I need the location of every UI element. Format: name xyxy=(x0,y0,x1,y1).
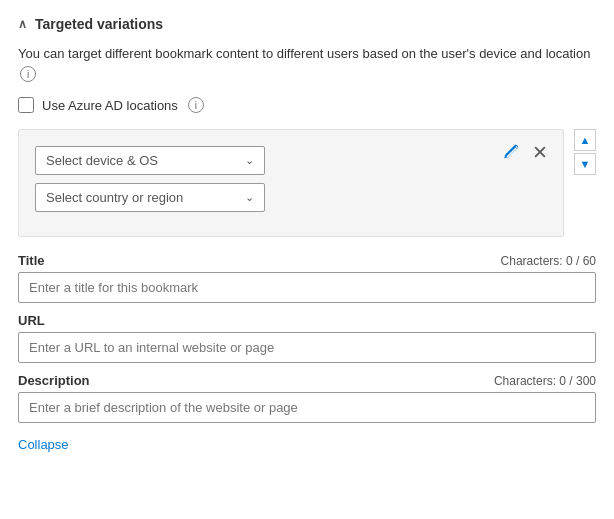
collapse-chevron-icon[interactable]: ∧ xyxy=(18,17,27,31)
section-header: ∧ Targeted variations xyxy=(18,16,596,32)
section-description: You can target different bookmark conten… xyxy=(18,44,596,83)
nav-down-icon: ▼ xyxy=(580,158,591,170)
description-info-icon[interactable]: i xyxy=(20,66,36,82)
description-char-count: Characters: 0 / 300 xyxy=(494,374,596,388)
main-content: Select device & OS ⌄ Select country or r… xyxy=(18,129,596,237)
country-region-placeholder: Select country or region xyxy=(46,190,183,205)
close-icon xyxy=(533,145,547,159)
card-actions xyxy=(501,142,549,162)
azure-ad-info-icon[interactable]: i xyxy=(188,97,204,113)
description-input[interactable] xyxy=(18,392,596,423)
nav-arrows: ▲ ▼ xyxy=(574,129,596,175)
nav-down-button[interactable]: ▼ xyxy=(574,153,596,175)
variation-card: Select device & OS ⌄ Select country or r… xyxy=(18,129,564,237)
title-field-section: Title Characters: 0 / 60 xyxy=(18,253,596,303)
url-field-header: URL xyxy=(18,313,596,328)
description-field-header: Description Characters: 0 / 300 xyxy=(18,373,596,388)
collapse-link[interactable]: Collapse xyxy=(18,437,69,452)
url-input[interactable] xyxy=(18,332,596,363)
nav-up-icon: ▲ xyxy=(580,134,591,146)
device-os-placeholder: Select device & OS xyxy=(46,153,158,168)
title-label: Title xyxy=(18,253,45,268)
edit-icon xyxy=(503,144,519,160)
nav-up-button[interactable]: ▲ xyxy=(574,129,596,151)
azure-ad-label: Use Azure AD locations xyxy=(42,98,178,113)
title-char-count: Characters: 0 / 60 xyxy=(501,254,596,268)
close-button[interactable] xyxy=(531,143,549,161)
section-title: Targeted variations xyxy=(35,16,163,32)
device-os-chevron-icon: ⌄ xyxy=(245,154,254,167)
description-label: Description xyxy=(18,373,90,388)
azure-ad-checkbox-row: Use Azure AD locations i xyxy=(18,97,596,113)
device-os-dropdown[interactable]: Select device & OS ⌄ xyxy=(35,146,265,175)
url-label: URL xyxy=(18,313,45,328)
azure-ad-checkbox[interactable] xyxy=(18,97,34,113)
country-region-dropdown[interactable]: Select country or region ⌄ xyxy=(35,183,265,212)
country-region-chevron-icon: ⌄ xyxy=(245,191,254,204)
title-field-header: Title Characters: 0 / 60 xyxy=(18,253,596,268)
title-input[interactable] xyxy=(18,272,596,303)
description-field-section: Description Characters: 0 / 300 xyxy=(18,373,596,423)
url-field-section: URL xyxy=(18,313,596,363)
edit-button[interactable] xyxy=(501,142,521,162)
